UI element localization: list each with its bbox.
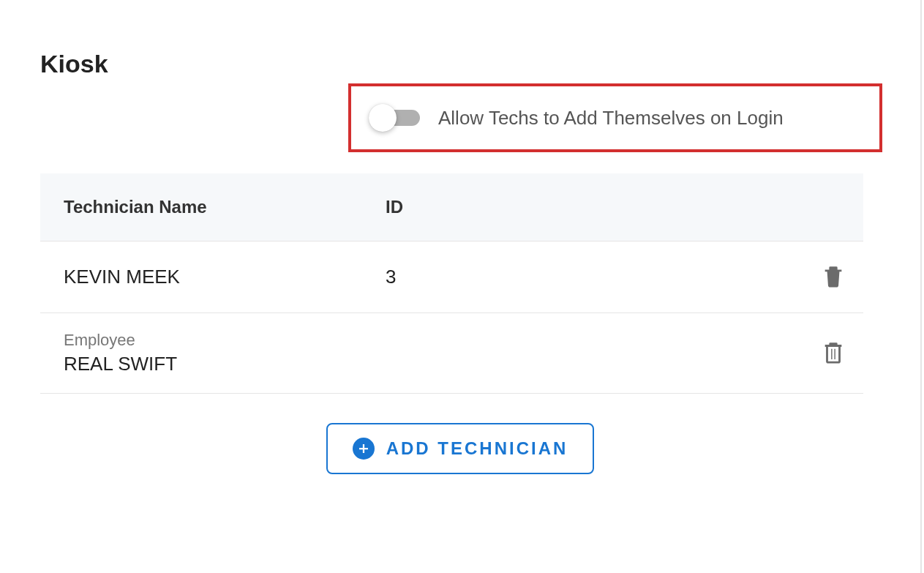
table-row: Employee REAL SWIFT bbox=[40, 313, 863, 394]
table-header: Technician Name ID bbox=[40, 173, 863, 241]
allow-techs-toggle-label: Allow Techs to Add Themselves on Login bbox=[438, 107, 784, 130]
technician-table: Technician Name ID KEVIN MEEK 3 Employee… bbox=[40, 173, 863, 394]
technician-id: 3 bbox=[386, 266, 802, 288]
column-header-name: Technician Name bbox=[64, 197, 386, 217]
allow-techs-toggle[interactable] bbox=[369, 105, 424, 131]
add-technician-button[interactable]: ADD TECHNICIAN bbox=[326, 423, 595, 474]
add-button-container: ADD TECHNICIAN bbox=[0, 423, 920, 474]
technician-name: REAL SWIFT bbox=[64, 353, 386, 375]
toggle-thumb bbox=[369, 104, 397, 132]
plus-icon bbox=[353, 438, 375, 460]
add-technician-label: ADD TECHNICIAN bbox=[386, 438, 568, 459]
allow-techs-toggle-highlight: Allow Techs to Add Themselves on Login bbox=[348, 83, 882, 152]
trash-icon bbox=[821, 338, 846, 369]
trash-icon bbox=[821, 262, 846, 293]
delete-row-button[interactable] bbox=[802, 262, 846, 293]
technician-sublabel: Employee bbox=[64, 331, 386, 350]
technician-name: KEVIN MEEK bbox=[64, 266, 386, 288]
row-name-cell: KEVIN MEEK bbox=[64, 248, 386, 306]
column-header-id: ID bbox=[386, 197, 403, 217]
page-title: Kiosk bbox=[0, 0, 920, 78]
delete-row-button[interactable] bbox=[802, 338, 846, 369]
row-name-cell: Employee REAL SWIFT bbox=[64, 313, 386, 393]
kiosk-panel: Kiosk Allow Techs to Add Themselves on L… bbox=[0, 0, 922, 573]
table-row: KEVIN MEEK 3 bbox=[40, 241, 863, 313]
